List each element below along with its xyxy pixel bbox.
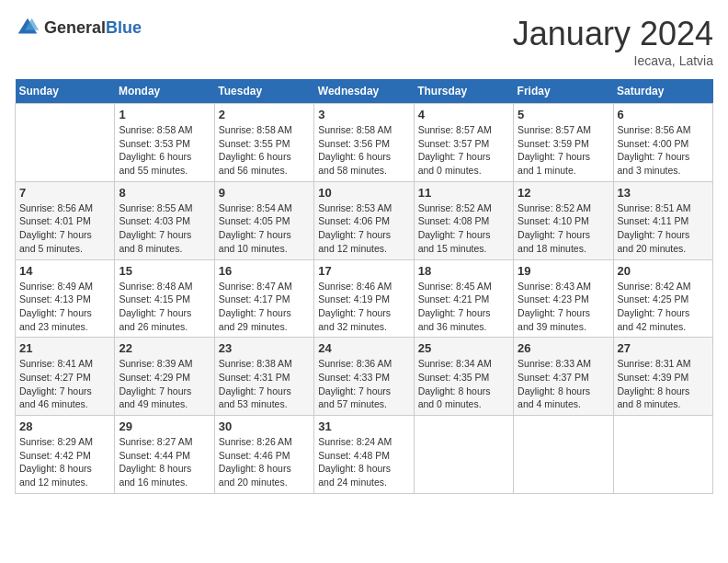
calendar-week-2: 7Sunrise: 8:56 AM Sunset: 4:01 PM Daylig… [16, 181, 713, 259]
day-info: Sunrise: 8:58 AM Sunset: 3:55 PM Dayligh… [219, 123, 310, 178]
day-info: Sunrise: 8:56 AM Sunset: 4:00 PM Dayligh… [618, 123, 709, 178]
day-number: 15 [119, 264, 210, 278]
day-number: 25 [418, 341, 509, 355]
day-number: 13 [618, 186, 709, 200]
day-info: Sunrise: 8:36 AM Sunset: 4:33 PM Dayligh… [318, 357, 409, 411]
day-number: 5 [518, 108, 609, 121]
calendar-cell: 22Sunrise: 8:39 AM Sunset: 4:29 PM Dayli… [115, 338, 214, 416]
calendar-cell: 30Sunrise: 8:26 AM Sunset: 4:46 PM Dayli… [214, 416, 313, 494]
calendar-cell: 12Sunrise: 8:52 AM Sunset: 4:10 PM Dayli… [514, 181, 613, 259]
header-saturday: Saturday [613, 79, 712, 104]
calendar-cell: 1Sunrise: 8:58 AM Sunset: 3:53 PM Daylig… [115, 104, 214, 182]
day-info: Sunrise: 8:34 AM Sunset: 4:35 PM Dayligh… [418, 357, 509, 411]
day-number: 18 [418, 264, 509, 278]
day-number: 23 [219, 341, 310, 355]
day-info: Sunrise: 8:42 AM Sunset: 4:25 PM Dayligh… [618, 280, 709, 334]
calendar-cell: 10Sunrise: 8:53 AM Sunset: 4:06 PM Dayli… [314, 181, 414, 259]
logo-text-general: General [44, 18, 106, 37]
calendar-cell: 3Sunrise: 8:58 AM Sunset: 3:56 PM Daylig… [314, 104, 414, 182]
calendar-cell: 8Sunrise: 8:55 AM Sunset: 4:03 PM Daylig… [115, 181, 214, 259]
day-number: 21 [19, 341, 110, 355]
calendar-cell: 24Sunrise: 8:36 AM Sunset: 4:33 PM Dayli… [314, 338, 414, 416]
calendar-cell: 31Sunrise: 8:24 AM Sunset: 4:48 PM Dayli… [314, 416, 414, 494]
calendar-week-5: 28Sunrise: 8:29 AM Sunset: 4:42 PM Dayli… [16, 416, 713, 494]
calendar-cell [613, 416, 712, 494]
day-info: Sunrise: 8:39 AM Sunset: 4:29 PM Dayligh… [119, 357, 210, 411]
day-number: 7 [19, 186, 110, 200]
calendar-cell [514, 416, 613, 494]
calendar-cell: 29Sunrise: 8:27 AM Sunset: 4:44 PM Dayli… [115, 416, 214, 494]
title-area: January 2024 Iecava, Latvia [513, 15, 713, 68]
day-info: Sunrise: 8:47 AM Sunset: 4:17 PM Dayligh… [219, 280, 310, 334]
day-number: 28 [19, 419, 110, 433]
day-number: 16 [219, 264, 310, 278]
calendar-cell: 27Sunrise: 8:31 AM Sunset: 4:39 PM Dayli… [613, 338, 712, 416]
day-info: Sunrise: 8:56 AM Sunset: 4:01 PM Dayligh… [19, 201, 110, 256]
calendar-cell: 16Sunrise: 8:47 AM Sunset: 4:17 PM Dayli… [214, 259, 313, 338]
logo-icon [15, 15, 40, 40]
calendar-cell: 6Sunrise: 8:56 AM Sunset: 4:00 PM Daylig… [613, 104, 712, 182]
day-number: 3 [318, 108, 409, 121]
day-number: 26 [518, 341, 609, 355]
day-number: 4 [418, 108, 509, 121]
day-info: Sunrise: 8:53 AM Sunset: 4:06 PM Dayligh… [318, 201, 409, 256]
day-number: 12 [518, 186, 609, 200]
calendar-cell: 11Sunrise: 8:52 AM Sunset: 4:08 PM Dayli… [414, 181, 513, 259]
calendar-cell: 15Sunrise: 8:48 AM Sunset: 4:15 PM Dayli… [115, 259, 214, 338]
calendar-week-4: 21Sunrise: 8:41 AM Sunset: 4:27 PM Dayli… [16, 338, 713, 416]
day-info: Sunrise: 8:51 AM Sunset: 4:11 PM Dayligh… [618, 201, 709, 256]
calendar-table: SundayMondayTuesdayWednesdayThursdayFrid… [15, 79, 713, 494]
month-title: January 2024 [513, 15, 713, 53]
header-thursday: Thursday [414, 79, 513, 104]
day-number: 24 [318, 341, 409, 355]
day-info: Sunrise: 8:26 AM Sunset: 4:46 PM Dayligh… [219, 435, 310, 489]
day-number: 6 [618, 108, 709, 121]
header-friday: Friday [514, 79, 613, 104]
day-number: 31 [318, 419, 409, 433]
day-info: Sunrise: 8:27 AM Sunset: 4:44 PM Dayligh… [119, 435, 210, 489]
calendar-week-3: 14Sunrise: 8:49 AM Sunset: 4:13 PM Dayli… [16, 259, 713, 338]
calendar-cell: 25Sunrise: 8:34 AM Sunset: 4:35 PM Dayli… [414, 338, 513, 416]
calendar-cell: 19Sunrise: 8:43 AM Sunset: 4:23 PM Dayli… [514, 259, 613, 338]
calendar-cell: 2Sunrise: 8:58 AM Sunset: 3:55 PM Daylig… [214, 104, 313, 182]
day-info: Sunrise: 8:54 AM Sunset: 4:05 PM Dayligh… [219, 201, 310, 256]
calendar-cell: 28Sunrise: 8:29 AM Sunset: 4:42 PM Dayli… [16, 416, 115, 494]
calendar-cell: 23Sunrise: 8:38 AM Sunset: 4:31 PM Dayli… [214, 338, 313, 416]
day-number: 30 [219, 419, 310, 433]
day-info: Sunrise: 8:52 AM Sunset: 4:10 PM Dayligh… [518, 201, 609, 256]
calendar-cell: 21Sunrise: 8:41 AM Sunset: 4:27 PM Dayli… [16, 338, 115, 416]
day-info: Sunrise: 8:41 AM Sunset: 4:27 PM Dayligh… [19, 357, 110, 411]
day-info: Sunrise: 8:58 AM Sunset: 3:53 PM Dayligh… [119, 123, 210, 178]
day-info: Sunrise: 8:31 AM Sunset: 4:39 PM Dayligh… [618, 357, 709, 411]
calendar-cell: 26Sunrise: 8:33 AM Sunset: 4:37 PM Dayli… [514, 338, 613, 416]
day-info: Sunrise: 8:24 AM Sunset: 4:48 PM Dayligh… [318, 435, 409, 489]
calendar-cell [414, 416, 513, 494]
day-number: 9 [219, 186, 310, 200]
day-info: Sunrise: 8:48 AM Sunset: 4:15 PM Dayligh… [119, 280, 210, 334]
calendar-cell: 20Sunrise: 8:42 AM Sunset: 4:25 PM Dayli… [613, 259, 712, 338]
day-number: 22 [119, 341, 210, 355]
logo-text-blue: Blue [106, 18, 142, 37]
day-info: Sunrise: 8:33 AM Sunset: 4:37 PM Dayligh… [518, 357, 609, 411]
day-number: 20 [618, 264, 709, 278]
header-monday: Monday [115, 79, 214, 104]
calendar-cell: 18Sunrise: 8:45 AM Sunset: 4:21 PM Dayli… [414, 259, 513, 338]
header-wednesday: Wednesday [314, 79, 414, 104]
day-info: Sunrise: 8:58 AM Sunset: 3:56 PM Dayligh… [318, 123, 409, 178]
day-info: Sunrise: 8:29 AM Sunset: 4:42 PM Dayligh… [19, 435, 110, 489]
logo: GeneralBlue [15, 15, 142, 40]
calendar-cell: 4Sunrise: 8:57 AM Sunset: 3:57 PM Daylig… [414, 104, 513, 182]
day-info: Sunrise: 8:43 AM Sunset: 4:23 PM Dayligh… [518, 280, 609, 334]
day-number: 29 [119, 419, 210, 433]
calendar-cell [16, 104, 115, 182]
location-subtitle: Iecava, Latvia [513, 53, 713, 68]
day-info: Sunrise: 8:49 AM Sunset: 4:13 PM Dayligh… [19, 280, 110, 334]
day-number: 10 [318, 186, 409, 200]
calendar-cell: 9Sunrise: 8:54 AM Sunset: 4:05 PM Daylig… [214, 181, 313, 259]
day-info: Sunrise: 8:57 AM Sunset: 3:57 PM Dayligh… [418, 123, 509, 178]
day-info: Sunrise: 8:52 AM Sunset: 4:08 PM Dayligh… [418, 201, 509, 256]
day-info: Sunrise: 8:45 AM Sunset: 4:21 PM Dayligh… [418, 280, 509, 334]
calendar-cell: 14Sunrise: 8:49 AM Sunset: 4:13 PM Dayli… [16, 259, 115, 338]
calendar-header: SundayMondayTuesdayWednesdayThursdayFrid… [16, 79, 713, 104]
calendar-week-1: 1Sunrise: 8:58 AM Sunset: 3:53 PM Daylig… [16, 104, 713, 182]
